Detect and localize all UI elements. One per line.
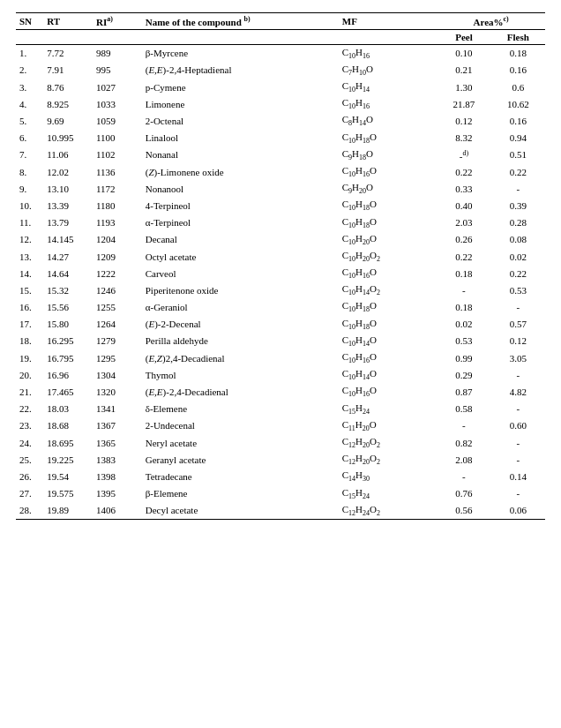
table-row: 9.13.101172NonanoolC9H20O0.33- [16,180,545,197]
cell-ri: 1255 [93,298,142,315]
cell-ri: 1367 [93,417,142,434]
cell-ri: 995 [93,62,142,79]
cell-ri: 1279 [93,333,142,349]
cell-name: Carveol [142,265,339,281]
cell-ri: 1102 [93,146,142,163]
cell-peel: 0.21 [437,62,490,79]
cell-peel: 0.33 [437,180,490,197]
cell-peel: 0.10 [437,44,490,62]
header-mf-sub [339,29,438,44]
cell-mf: C10H16O [339,265,438,281]
cell-flesh: - [491,401,545,417]
cell-rt: 17.465 [43,383,93,400]
cell-flesh: 0.08 [491,231,545,248]
cell-mf: C10H18O [339,316,438,333]
cell-mf: C12H20O2 [339,434,438,451]
header-rt: RT [43,13,93,30]
cell-flesh: - [491,366,545,383]
header-rt-sub [43,29,93,44]
cell-name: Thymol [142,366,339,383]
cell-rt: 8.76 [43,79,93,95]
table-row: 20.16.961304ThymolC10H14O0.29- [16,366,545,383]
cell-sn: 18. [16,333,43,349]
table-row: 28.19.891406Decyl acetateC12H24O20.560.0… [16,502,545,520]
cell-mf: C10H14O2 [339,281,438,298]
cell-rt: 16.795 [43,349,93,366]
cell-name: p-Cymene [142,79,339,95]
cell-sn: 15. [16,281,43,298]
table-row: 18.16.2951279Perilla aldehydeC10H14O0.53… [16,333,545,349]
cell-mf: C10H18O [339,214,438,231]
cell-rt: 7.91 [43,62,93,79]
cell-flesh: 0.14 [491,468,545,484]
cell-mf: C10H18O [339,298,438,315]
cell-flesh: 0.28 [491,214,545,231]
table-row: 27.19.5751395β-ElemeneC15H240.76- [16,485,545,502]
cell-peel: 0.87 [437,383,490,400]
cell-mf: C10H16O [339,383,438,400]
cell-flesh: 0.22 [491,163,545,180]
cell-rt: 14.64 [43,265,93,281]
cell-ri: 1027 [93,79,142,95]
cell-peel: 0.99 [437,349,490,366]
cell-ri: 1204 [93,231,142,248]
cell-mf: C10H20O2 [339,248,438,265]
cell-mf: C15H24 [339,401,438,417]
cell-sn: 11. [16,214,43,231]
cell-peel: 0.53 [437,333,490,349]
cell-ri: 1136 [93,163,142,180]
cell-peel: -d) [437,146,490,163]
cell-rt: 19.54 [43,468,93,484]
cell-peel: 0.12 [437,112,490,129]
cell-flesh: 0.6 [491,79,545,95]
table-row: 7.11.061102NonanalC9H18O-d)0.51 [16,146,545,163]
cell-rt: 10.995 [43,130,93,146]
cell-ri: 1246 [93,281,142,298]
cell-flesh: - [491,298,545,315]
cell-name: Octyl acetate [142,248,339,265]
table-row: 26.19.541398TetradecaneC14H30-0.14 [16,468,545,484]
cell-ri: 1033 [93,95,142,112]
cell-ri: 1398 [93,468,142,484]
cell-mf: C10H16O [339,163,438,180]
cell-ri: 1365 [93,434,142,451]
table-row: 22.18.031341δ-ElemeneC15H240.58- [16,401,545,417]
cell-ri: 1193 [93,214,142,231]
cell-mf: C8H14O [339,112,438,129]
cell-sn: 22. [16,401,43,417]
cell-sn: 16. [16,298,43,315]
table-body: 1.7.72989β-MyrceneC10H160.100.182.7.9199… [16,44,545,519]
cell-mf: C10H14O [339,333,438,349]
cell-sn: 24. [16,434,43,451]
cell-flesh: 3.05 [491,349,545,366]
cell-rt: 7.72 [43,44,93,62]
cell-rt: 19.89 [43,502,93,520]
header-ri-sub [93,29,142,44]
header-name: Name of the compound b) [142,13,339,30]
cell-peel: 1.30 [437,79,490,95]
cell-mf: C15H24 [339,485,438,502]
cell-rt: 9.69 [43,112,93,129]
header-area: Area%c) [437,13,545,30]
cell-rt: 16.295 [43,333,93,349]
cell-flesh: 10.62 [491,95,545,112]
cell-name: 4-Terpineol [142,197,339,214]
cell-peel: 0.18 [437,265,490,281]
cell-name: Geranyl acetate [142,451,339,468]
cell-flesh: 0.22 [491,265,545,281]
cell-rt: 13.10 [43,180,93,197]
cell-mf: C9H20O [339,180,438,197]
table-row: 14.14.641222CarveolC10H16O0.180.22 [16,265,545,281]
cell-mf: C14H30 [339,468,438,484]
header-ri: RIa) [93,13,142,30]
table-row: 10.13.3911804-TerpineolC10H18O0.400.39 [16,197,545,214]
cell-name: Perilla aldehyde [142,333,339,349]
cell-name: (Z)-Limonene oxide [142,163,339,180]
cell-sn: 14. [16,265,43,281]
table-row: 5.9.6910592-OctenalC8H14O0.120.16 [16,112,545,129]
cell-mf: C10H18O [339,130,438,146]
cell-ri: 1383 [93,451,142,468]
table-row: 19.16.7951295(E,Z)2,4-DecadienalC10H16O0… [16,349,545,366]
cell-name: Piperitenone oxide [142,281,339,298]
cell-peel: 0.22 [437,248,490,265]
